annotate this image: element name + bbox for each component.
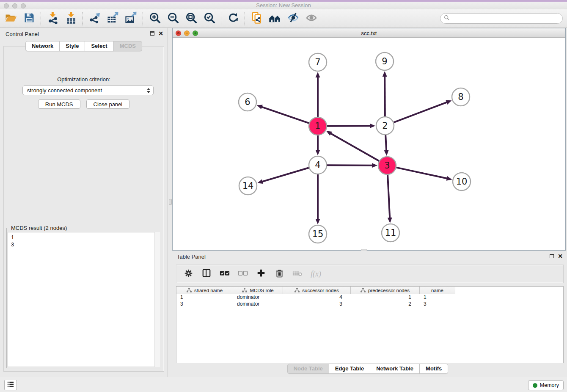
home-button[interactable] (267, 11, 283, 27)
status-bar: Memory (0, 377, 567, 392)
close-panel-icon[interactable]: ✕ (558, 254, 563, 258)
network-window-titlebar[interactable]: ✕ − ＋ scc.txt (173, 28, 565, 38)
table-cell[interactable]: 4 (283, 294, 351, 301)
export-table-button[interactable] (105, 11, 121, 27)
column-header-MCDS-role[interactable]: MCDS role (233, 287, 283, 294)
float-panel-icon[interactable] (150, 31, 154, 36)
node-table: shared nameMCDS rolesuccessor nodesprede… (176, 286, 564, 363)
table-cell[interactable]: 2 (351, 301, 420, 308)
delete-table-button[interactable] (292, 269, 303, 279)
zoom-in-button[interactable] (147, 11, 162, 27)
create-column-button[interactable] (256, 269, 266, 279)
mcds-result-box: MCDS result (2 nodes) 13 (6, 228, 161, 368)
select-all-columns-button[interactable] (220, 269, 230, 279)
graph-edge-2-3[interactable] (385, 135, 386, 151)
refresh-icon (227, 12, 239, 25)
table-tab-motifs[interactable]: Motifs (420, 364, 448, 374)
column-header-predecessor-nodes[interactable]: predecessor nodes (351, 287, 420, 294)
network-canvas[interactable]: 7968124314101511 (173, 38, 565, 250)
window-title: Session: New Session (0, 2, 567, 8)
tab-network[interactable]: Network (25, 41, 60, 51)
show-all-button[interactable] (303, 11, 319, 27)
apply-layout-button[interactable] (225, 11, 241, 27)
unchecked-boxes-icon (238, 268, 248, 280)
control-panel-header: Control Panel ✕ (0, 28, 168, 41)
table-header-row: shared nameMCDS rolesuccessor nodesprede… (176, 287, 563, 294)
tab-select[interactable]: Select (85, 41, 113, 51)
hide-selected-button[interactable] (285, 11, 301, 27)
close-panel-icon[interactable]: ✕ (158, 31, 163, 36)
graph-edge-4-3[interactable] (327, 165, 373, 166)
column-header-successor-nodes[interactable]: successor nodes (283, 287, 351, 294)
table-cell[interactable]: 3 (283, 301, 351, 308)
graph-edge-1-6[interactable] (261, 107, 309, 123)
open-session-button[interactable] (3, 11, 19, 27)
table-tab-network-table[interactable]: Network Table (370, 364, 420, 374)
window-titlebar: Session: New Session (0, 0, 567, 9)
graph-edge-3-10[interactable] (396, 168, 448, 179)
network-graph: 7968124314101511 (173, 38, 565, 250)
graph-node-label: 2 (382, 121, 388, 131)
result-scrollbar[interactable] (154, 232, 160, 367)
zoom-out-button[interactable] (165, 11, 181, 27)
float-panel-icon[interactable] (550, 254, 554, 258)
eye-icon (305, 11, 318, 26)
table-tab-node-table[interactable]: Node Table (287, 364, 329, 374)
search-input[interactable] (450, 14, 562, 23)
export-network-button[interactable] (87, 11, 102, 27)
function-builder-button[interactable]: f(x) (311, 270, 321, 279)
zoom-selected-button[interactable] (201, 11, 217, 27)
graph-edge-arrowhead (372, 163, 377, 168)
graph-node-label: 15 (312, 229, 324, 239)
settings-button[interactable] (183, 269, 193, 279)
graph-edge-arrowhead (388, 218, 392, 223)
column-header-name[interactable]: name (420, 287, 455, 294)
table-cell[interactable]: 1 (420, 294, 455, 301)
task-history-button[interactable] (4, 380, 17, 390)
graph-node-label: 3 (384, 160, 390, 171)
zoom-in-icon (149, 11, 161, 26)
zoom-fit-button[interactable] (183, 11, 199, 27)
close-panel-button[interactable]: Close panel (86, 99, 130, 109)
optimization-criterion-label: Optimization criterion: (4, 76, 164, 83)
zoom-selected-icon (203, 11, 216, 26)
import-network-button[interactable] (45, 11, 61, 27)
clone-network-button[interactable] (249, 11, 264, 27)
graph-edge-1-2[interactable] (327, 126, 371, 126)
table-cell[interactable]: 1 (351, 294, 420, 301)
table-cell[interactable]: 1 (176, 294, 233, 301)
tab-mcds[interactable]: MCDS (114, 41, 142, 51)
criterion-dropdown[interactable]: strongly connected component (22, 86, 154, 95)
graph-node-label: 4 (315, 160, 320, 170)
mcds-panel: Optimization criterion: strongly connect… (3, 46, 164, 372)
graph-node-label: 14 (242, 181, 254, 191)
graph-node-label: 8 (458, 92, 463, 102)
mcds-result-text[interactable]: 13 (8, 232, 160, 367)
save-session-button[interactable] (21, 11, 37, 27)
vertical-splitter-grip[interactable] (169, 199, 172, 205)
table-tab-edge-table[interactable]: Edge Table (329, 364, 370, 374)
graph-edge-2-8[interactable] (394, 102, 448, 122)
run-mcds-button[interactable]: Run MCDS (38, 99, 80, 109)
graph-edge-3-1[interactable] (330, 133, 379, 161)
show-columns-button[interactable] (201, 269, 212, 279)
search-field[interactable] (440, 13, 563, 24)
unselect-all-columns-button[interactable] (238, 269, 248, 279)
table-cell[interactable]: dominator (233, 301, 283, 308)
table-cell[interactable]: 3 (176, 301, 233, 308)
plus-icon (256, 268, 266, 279)
table-cell[interactable]: dominator (233, 294, 283, 301)
export-image-button[interactable] (123, 11, 139, 27)
tab-style[interactable]: Style (60, 41, 85, 51)
delete-column-button[interactable] (274, 269, 284, 279)
table-cell[interactable]: 3 (420, 301, 455, 308)
graph-edge-3-11[interactable] (388, 175, 390, 218)
memory-label: Memory (540, 382, 559, 388)
trash-icon (275, 269, 284, 279)
import-table-button[interactable] (63, 11, 79, 27)
column-header-shared-name[interactable]: shared name (176, 287, 233, 294)
graph-edge-2-9[interactable] (385, 76, 385, 116)
dropdown-arrows-icon (147, 88, 150, 93)
memory-button[interactable]: Memory (528, 380, 564, 390)
graph-edge-4-14[interactable] (262, 168, 309, 182)
